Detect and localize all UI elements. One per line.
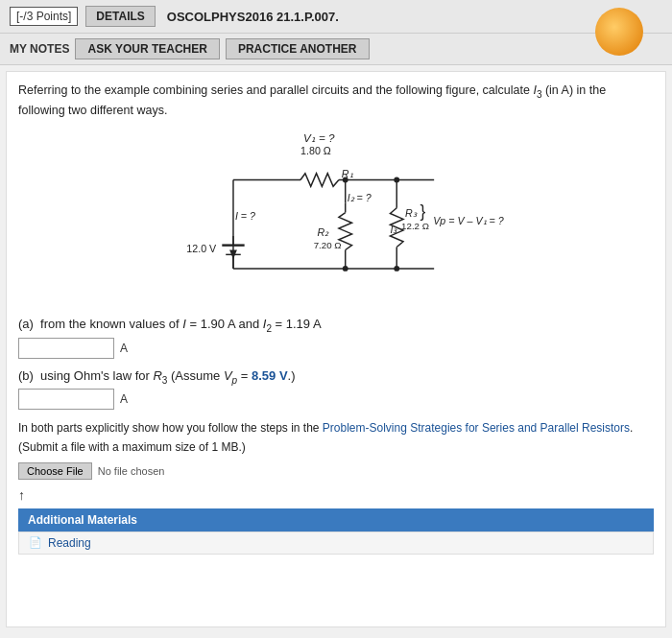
choose-file-button[interactable]: Choose File xyxy=(18,462,92,480)
reading-row[interactable]: 📄 Reading xyxy=(18,532,654,555)
svg-text:R₃: R₃ xyxy=(405,208,418,220)
svg-text:R₂: R₂ xyxy=(318,226,330,238)
content-area: Referring to the example combining serie… xyxy=(6,71,666,627)
svg-point-30 xyxy=(394,266,399,272)
svg-point-29 xyxy=(343,266,348,272)
svg-text:R₁: R₁ xyxy=(342,168,353,179)
part-b-label: (b) using Ohm's law for R3 (Assume Vp = … xyxy=(18,368,654,386)
part-a-label: (a) from the known values of I = 1.90 A … xyxy=(18,317,654,334)
up-arrow: ↑ xyxy=(18,487,654,503)
part-b-unit: A xyxy=(120,392,128,406)
svg-text:1.80 Ω: 1.80 Ω xyxy=(300,145,331,156)
svg-point-28 xyxy=(394,177,399,183)
part-a-unit: A xyxy=(120,342,128,355)
reading-label: Reading xyxy=(48,536,91,550)
file-upload-row: Choose File No file chosen xyxy=(18,462,654,480)
practice-another-button[interactable]: PRACTICE ANOTHER xyxy=(226,38,370,59)
points-badge: [-/3 Points] xyxy=(10,7,78,26)
details-button[interactable]: DETAILS xyxy=(85,6,155,27)
no-file-text: No file chosen xyxy=(98,465,165,477)
part-b-answer-row: A xyxy=(18,389,654,410)
second-bar: MY NOTES ASK YOUR TEACHER PRACTICE ANOTH… xyxy=(0,34,672,65)
my-notes-label: MY NOTES xyxy=(10,42,69,56)
svg-text:7.20 Ω: 7.20 Ω xyxy=(314,240,342,250)
decorative-circle xyxy=(595,8,643,56)
strategy-link[interactable]: Problem-Solving Strategies for Series an… xyxy=(323,421,630,435)
part-a-answer-row: A xyxy=(18,338,654,359)
svg-text:12.2 Ω: 12.2 Ω xyxy=(401,221,429,231)
svg-text:I₂ = ?: I₂ = ? xyxy=(348,192,372,203)
svg-text:V₁ = ?: V₁ = ? xyxy=(303,131,335,144)
top-bar: [-/3 Points] DETAILS OSCOLPHYS2016 21.1.… xyxy=(0,0,672,34)
additional-materials-header[interactable]: Additional Materials xyxy=(18,508,654,532)
reading-icon: 📄 xyxy=(29,536,42,549)
svg-text:12.0 V: 12.0 V xyxy=(186,244,217,255)
ask-teacher-button[interactable]: ASK YOUR TEACHER xyxy=(75,38,219,59)
svg-point-27 xyxy=(343,177,348,183)
svg-text:Vp = V – V₁ = ?: Vp = V – V₁ = ? xyxy=(433,215,504,226)
bottom-instructions: In both parts explicitly show how you fo… xyxy=(18,419,654,456)
problem-intro: Referring to the example combining serie… xyxy=(18,82,654,119)
part-a-input[interactable] xyxy=(18,338,114,359)
svg-text:}: } xyxy=(420,202,426,222)
part-b-input[interactable] xyxy=(18,389,114,410)
circuit-diagram: V₁ = ? 1.80 Ω R₁ I = ? 12.0 V xyxy=(18,129,654,301)
svg-text:I = ?: I = ? xyxy=(235,211,255,223)
problem-id: OSCOLPHYS2016 21.1.P.007. xyxy=(167,10,339,24)
